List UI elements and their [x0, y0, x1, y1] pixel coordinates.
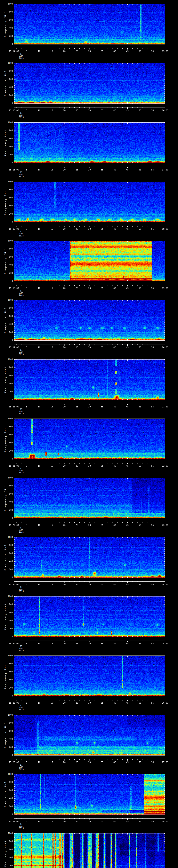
- x-tick-label: 45: [126, 50, 128, 53]
- y-tick-label: 200: [5, 864, 13, 867]
- y-tick-label: 1000: [5, 417, 13, 420]
- x-start-time-label: 15:17:00: [9, 228, 19, 230]
- x-tick-label: 15: [51, 524, 53, 526]
- x-tick-label: 55: [151, 109, 154, 112]
- plot-frame: [14, 715, 165, 755]
- x-tick-label: 45: [126, 406, 128, 408]
- y-tick-label: 800: [5, 603, 13, 606]
- x-tick-label: 25: [76, 820, 78, 823]
- x-tick-label: 20: [63, 346, 65, 349]
- x-tick-label: 10: [38, 406, 40, 408]
- x-tick-label: 10: [38, 228, 40, 230]
- x-tick-label: 5: [26, 465, 27, 467]
- date-year: 2015: [19, 175, 24, 178]
- y-tick-label: 800: [5, 129, 13, 132]
- y-tick-label: 800: [5, 307, 13, 309]
- x-tick-label: 40: [114, 583, 116, 586]
- x-end-time-label: 18:00: [162, 228, 168, 230]
- date-year: 2015: [19, 768, 24, 770]
- date-year: 2015: [19, 709, 24, 711]
- x-tick-label: 15: [51, 583, 53, 586]
- y-tick-label: 200: [5, 627, 13, 630]
- x-tick-label: 30: [88, 702, 91, 704]
- y-tick-label: 1000: [5, 654, 13, 657]
- y-tick-label: 800: [5, 70, 13, 72]
- x-tick-label: 5: [26, 109, 27, 112]
- plot-tick-marks: [14, 241, 165, 281]
- x-tick-label: 35: [101, 346, 103, 349]
- x-end-time-label: 26:00: [162, 702, 168, 704]
- x-tick-label: 35: [101, 524, 103, 526]
- y-tick-label: 600: [5, 78, 13, 81]
- x-tick-label: 10: [38, 50, 40, 53]
- date-year: 2015: [19, 590, 24, 592]
- x-tick-label: 40: [114, 109, 116, 112]
- y-tick-label: 400: [5, 619, 13, 622]
- x-tick-label: 40: [114, 287, 116, 289]
- y-axis-title: Frequency (Hz): [4, 544, 7, 570]
- spectrogram-panel: Frequency (Hz)1000800600400200015:20:005…: [0, 355, 178, 415]
- spectrogram-panel: Frequency (Hz)1000800600400200015:15:005…: [0, 59, 178, 119]
- x-tick-label: 55: [151, 643, 154, 645]
- plot-tick-marks: [14, 63, 165, 103]
- y-tick-label: 600: [5, 196, 13, 199]
- x-tick-label: 45: [126, 761, 128, 764]
- x-tick-label: 30: [88, 465, 91, 467]
- x-tick-label: 55: [151, 346, 154, 349]
- x-tick-label: 55: [151, 465, 154, 467]
- y-tick-label: 600: [5, 315, 13, 317]
- plot-tick-marks: [14, 478, 165, 518]
- x-tick-label: 45: [126, 524, 128, 526]
- x-tick-label: 20: [63, 524, 65, 526]
- y-tick-label: 0: [5, 694, 13, 697]
- x-tick-label: 10: [38, 820, 40, 823]
- x-tick-label: 30: [88, 524, 91, 526]
- y-axis-title: Frequency (Hz): [4, 722, 7, 748]
- y-tick-label: 200: [5, 450, 13, 452]
- x-tick-label: 30: [88, 228, 91, 230]
- x-tick-label: 55: [151, 228, 154, 230]
- x-end-time-label: 25:00: [162, 643, 168, 645]
- x-tick-label: 5: [26, 406, 27, 408]
- x-tick-label: 45: [126, 109, 128, 112]
- y-tick-label: 600: [5, 611, 13, 614]
- x-tick-label: 30: [88, 583, 91, 586]
- x-tick-label: 55: [151, 168, 154, 171]
- x-tick-label: 25: [76, 50, 78, 53]
- x-start-time-label: 15:14:00: [9, 50, 19, 53]
- x-tick-label: 30: [88, 287, 91, 289]
- x-tick-label: 20: [63, 465, 65, 467]
- x-tick-label: 30: [88, 643, 91, 645]
- x-end-time-label: 17:00: [162, 168, 168, 171]
- y-tick-label: 1000: [5, 121, 13, 124]
- x-tick-label: 55: [151, 524, 154, 526]
- y-tick-label: 600: [5, 433, 13, 436]
- x-tick-label: 30: [88, 50, 91, 53]
- x-tick-label: 10: [38, 168, 40, 171]
- plot-tick-marks: [14, 537, 165, 578]
- y-tick-label: 600: [5, 671, 13, 673]
- x-tick-label: 15: [51, 465, 53, 467]
- plot-frame: [14, 833, 165, 868]
- spectrogram-panel: Frequency (Hz)1000800600400200015:27:005…: [0, 770, 178, 830]
- x-tick-label: 50: [139, 109, 141, 112]
- y-tick-label: 800: [5, 425, 13, 428]
- x-tick-label: 25: [76, 465, 78, 467]
- x-tick-label: 10: [38, 761, 40, 764]
- x-tick-label: 15: [51, 50, 53, 53]
- plot-frame: [14, 182, 165, 222]
- y-tick-label: 800: [5, 781, 13, 783]
- y-axis-title: Frequency (Hz): [4, 367, 7, 393]
- y-tick-label: 400: [5, 145, 13, 148]
- x-start-time-label: 15:20:00: [9, 406, 19, 408]
- x-tick-label: 50: [139, 702, 141, 704]
- spectrogram-panel: Frequency (Hz)1000800600400200015:18:005…: [0, 237, 178, 296]
- y-axis-title: Frequency (Hz): [4, 426, 7, 452]
- y-tick-label: 0: [5, 280, 13, 282]
- x-tick-label: 15: [51, 109, 53, 112]
- y-tick-label: 200: [5, 746, 13, 748]
- x-tick-label: 25: [76, 702, 78, 704]
- plot-frame: [14, 596, 165, 637]
- x-tick-label: 35: [101, 702, 103, 704]
- y-tick-label: 0: [5, 813, 13, 815]
